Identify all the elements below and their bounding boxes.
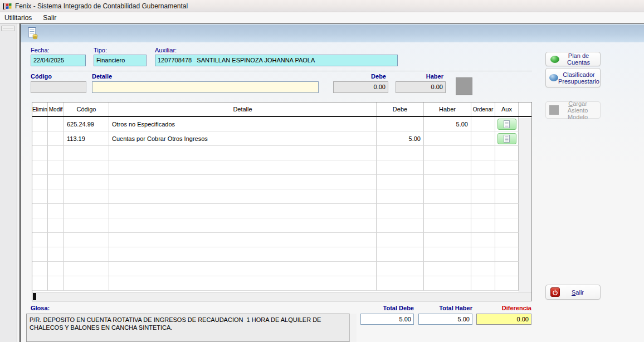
tipo-input[interactable]: Financiero (94, 55, 147, 66)
cell-1 (48, 247, 64, 262)
save-voucher-icon[interactable] (26, 26, 40, 40)
salir-button-label: Salir (560, 289, 596, 296)
auxiliar-input[interactable]: 1207708478 SANTILLAN ESPINOZA JOHANNA PA… (155, 55, 398, 66)
left-sidebar (0, 23, 17, 342)
cell-5 (424, 131, 471, 146)
cell-1 (48, 131, 64, 146)
glosa-scrollbar[interactable] (349, 314, 357, 342)
aux-button[interactable] (497, 119, 516, 130)
column-header-7[interactable]: Aux (495, 102, 519, 116)
cell-2 (64, 276, 109, 291)
cell-6 (471, 204, 495, 218)
gray-square-icon (549, 105, 559, 115)
detalle-label: Detalle (92, 73, 112, 80)
column-header-3[interactable]: Detalle (109, 102, 377, 116)
glosa-textarea[interactable]: P/R. DEPOSITO EN CUENTA ROTATIVA DE INGR… (26, 314, 357, 342)
power-icon (550, 287, 560, 297)
cell-4 (377, 204, 424, 218)
column-header-6[interactable]: Ordenar (471, 102, 495, 116)
table-horizontal-scrollbar[interactable] (32, 292, 531, 301)
cell-3: Cuentas por Cobrar Otros Ingresos (109, 131, 377, 146)
fenix-app-icon (3, 2, 12, 11)
table-empty-row (32, 204, 531, 218)
fecha-input[interactable]: 22/04/2025 (31, 55, 86, 66)
detalle-input[interactable] (92, 81, 319, 93)
cell-6 (471, 131, 495, 146)
cell-0 (32, 146, 48, 160)
cell-0 (32, 247, 48, 262)
cell-2 (64, 262, 109, 276)
cell-5 (424, 276, 471, 291)
cell-2 (64, 204, 109, 218)
cargar-asiento-modelo-button[interactable]: Cargar Asiento Modelo (545, 101, 601, 119)
cell-4 (377, 218, 424, 233)
cell-5 (424, 233, 471, 247)
aux-button[interactable] (497, 133, 516, 144)
cell-6 (471, 262, 495, 276)
clasificador-presupuestario-button[interactable]: Clasificador Presupuestario (545, 68, 601, 87)
menu-bar: Utilitarios Salir (0, 12, 644, 23)
table-empty-row (32, 160, 531, 175)
cell-7 (495, 218, 519, 233)
table-vertical-scrollbar[interactable] (519, 118, 531, 292)
table-row[interactable]: 113.19Cuentas por Cobrar Otros Ingresos5… (32, 131, 531, 146)
column-header-2[interactable]: Código (64, 102, 109, 116)
hscroll-thumb[interactable] (33, 293, 36, 300)
total-debe-field: 5.00 (360, 314, 414, 325)
plan-de-cuentas-button[interactable]: Plan de Cuentas (545, 52, 601, 66)
cell-4 (377, 276, 424, 291)
column-header-1[interactable]: Modif (48, 102, 64, 116)
haber-input[interactable]: 0.00 (396, 81, 446, 93)
form-separator (31, 71, 532, 71)
cell-7 (495, 233, 519, 247)
column-header-0[interactable]: Elimin (32, 102, 48, 116)
menu-utilitarios[interactable]: Utilitarios (0, 12, 37, 23)
cell-2 (64, 218, 109, 233)
menu-salir[interactable]: Salir (37, 12, 62, 23)
glosa-container: P/R. DEPOSITO EN CUENTA ROTATIVA DE INGR… (26, 314, 357, 342)
cell-0 (32, 276, 48, 291)
cell-6 (471, 247, 495, 262)
cell-6 (471, 175, 495, 189)
tipo-label: Tipo: (94, 47, 107, 53)
glosa-label: Glosa: (31, 305, 50, 311)
table-empty-row (32, 189, 531, 204)
cell-7 (495, 204, 519, 218)
cell-6 (471, 276, 495, 291)
cell-7 (495, 175, 519, 189)
cell-7 (495, 117, 519, 131)
table-row[interactable]: 625.24.99Otros no Especificados5.00 (32, 117, 531, 131)
add-entry-button[interactable] (456, 77, 472, 95)
cell-4 (377, 146, 424, 160)
fecha-label: Fecha: (31, 47, 50, 53)
cell-7 (495, 262, 519, 276)
haber-label: Haber (396, 73, 443, 80)
column-header-5[interactable]: Haber (424, 102, 471, 116)
total-debe-label: Total Debe (360, 305, 414, 311)
cell-0 (32, 218, 48, 233)
cell-7 (495, 189, 519, 204)
cell-0 (32, 131, 48, 146)
column-header-4[interactable]: Debe (377, 102, 424, 116)
cell-5 (424, 204, 471, 218)
cell-1 (48, 117, 64, 131)
diferencia-label: Diferencia (476, 305, 531, 311)
app-window: Fenix - Sistema Integrado de Contabilida… (0, 0, 644, 342)
total-haber-field: 5.00 (418, 314, 472, 325)
cell-6 (471, 117, 495, 131)
cell-4 (377, 117, 424, 131)
cell-1 (48, 204, 64, 218)
salir-button[interactable]: Salir (545, 285, 601, 300)
cell-5 (424, 218, 471, 233)
sidebar-grip[interactable] (1, 26, 15, 31)
debe-label: Debe (333, 73, 386, 80)
codigo-input[interactable] (31, 81, 86, 93)
debe-input[interactable]: 0.00 (333, 81, 388, 93)
table-empty-row (32, 276, 531, 291)
cell-1 (48, 218, 64, 233)
diferencia-field: 0.00 (476, 314, 531, 325)
cell-5 (424, 247, 471, 262)
table-body: 625.24.99Otros no Especificados5.00113.1… (32, 117, 531, 291)
cell-0 (32, 204, 48, 218)
total-haber-label: Total Haber (418, 305, 472, 311)
